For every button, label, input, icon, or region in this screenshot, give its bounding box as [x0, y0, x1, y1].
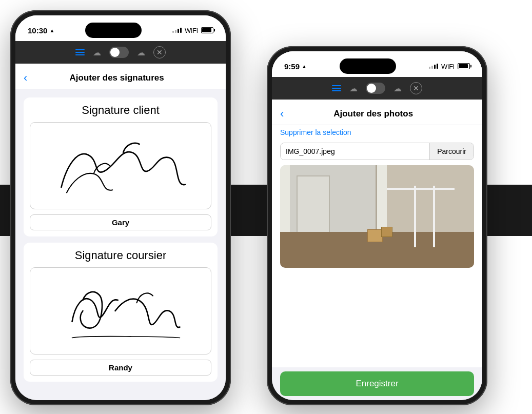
content-right: Supprimer la selection IMG_0007.jpeg Par… [272, 125, 482, 400]
signal-right [429, 64, 438, 69]
nav-bar-left: ‹ Ajouter des signatures [15, 67, 226, 89]
close-button-right[interactable]: ✕ [410, 82, 422, 94]
delete-selection-link[interactable]: Supprimer la selection [272, 125, 482, 140]
courier-sig-title: Signature coursier [30, 249, 211, 262]
menu-icon-left[interactable] [75, 49, 85, 55]
nav-bar-right: ‹ Ajouter des photos [272, 103, 482, 125]
battery-left [201, 27, 213, 33]
toggle-left[interactable] [109, 47, 129, 58]
railing-horizontal [387, 188, 455, 190]
wifi-icon-left: WiFi [185, 27, 198, 34]
file-name-label: IMG_0007.jpeg [281, 143, 429, 160]
time-left: 10:30 ▲ [28, 26, 54, 35]
menu-icon-right[interactable] [332, 85, 341, 91]
scene: 10:30 ▲ WiFi [0, 0, 532, 414]
cloud-on-icon-left: ☁ [137, 48, 145, 57]
client-signature-section: Signature client Gary [24, 97, 218, 236]
battery-right [458, 63, 470, 69]
wifi-icon-right: WiFi [441, 63, 455, 70]
status-icons-left: WiFi [172, 27, 213, 34]
railing-post-2 [414, 186, 416, 247]
content-left: Signature client Gary [15, 89, 226, 400]
status-icons-right: WiFi [429, 63, 470, 70]
photo-preview [280, 165, 474, 268]
client-sig-title: Signature client [30, 104, 211, 117]
client-sig-name: Gary [30, 214, 211, 230]
phone-left-inner: 10:30 ▲ WiFi [15, 15, 226, 400]
save-button[interactable]: Enregistrer [280, 371, 474, 396]
back-button-right[interactable]: ‹ [280, 107, 284, 121]
courier-signature-section: Signature coursier Randy [24, 243, 218, 382]
phone-right-inner: 9:59 ▲ WiFi [272, 51, 482, 400]
courier-sig-svg [30, 268, 211, 354]
dynamic-island-right [340, 58, 396, 74]
phone-left: 10:30 ▲ WiFi [10, 10, 231, 405]
close-icon-right: ✕ [413, 84, 419, 92]
package-2 [381, 227, 392, 237]
cloud-on-icon-right: ☁ [393, 84, 402, 93]
location-icon-right: ▲ [302, 64, 307, 69]
status-bar-right: 9:59 ▲ WiFi [272, 51, 482, 103]
photos-container: Supprimer la selection IMG_0007.jpeg Par… [272, 125, 482, 367]
toolbar-right: ☁ ☁ ✕ [272, 77, 482, 100]
close-icon-left: ✕ [156, 48, 163, 56]
cloud-off-icon-left: ☁ [93, 48, 101, 57]
phone-right-content: 9:59 ▲ WiFi [272, 51, 482, 400]
back-button-left[interactable]: ‹ [24, 71, 27, 85]
browse-button[interactable]: Parcourir [429, 143, 474, 160]
courier-sig-name: Randy [30, 360, 211, 376]
dynamic-island-left [85, 23, 142, 38]
courier-sig-box[interactable] [30, 267, 211, 354]
toolbar-left: ☁ ☁ ✕ [15, 41, 226, 64]
signal-left [172, 28, 182, 33]
time-right: 9:59 ▲ [284, 62, 307, 71]
phone-left-content: 10:30 ▲ WiFi [15, 15, 226, 400]
client-sig-box[interactable] [30, 122, 211, 209]
phone-right: 9:59 ▲ WiFi [267, 46, 487, 405]
client-sig-svg [30, 123, 211, 209]
page-title-left: Ajouter des signatures [31, 73, 202, 83]
close-button-left[interactable]: ✕ [153, 46, 166, 58]
file-picker: IMG_0007.jpeg Parcourir [280, 143, 474, 160]
cloud-off-icon-right: ☁ [349, 84, 358, 93]
door-scene [280, 165, 474, 268]
page-title-right: Ajouter des photos [288, 109, 459, 119]
toggle-right[interactable] [366, 83, 385, 94]
location-icon-left: ▲ [49, 28, 54, 33]
status-bar-left: 10:30 ▲ WiFi [15, 15, 226, 67]
railing-post-1 [433, 186, 435, 247]
